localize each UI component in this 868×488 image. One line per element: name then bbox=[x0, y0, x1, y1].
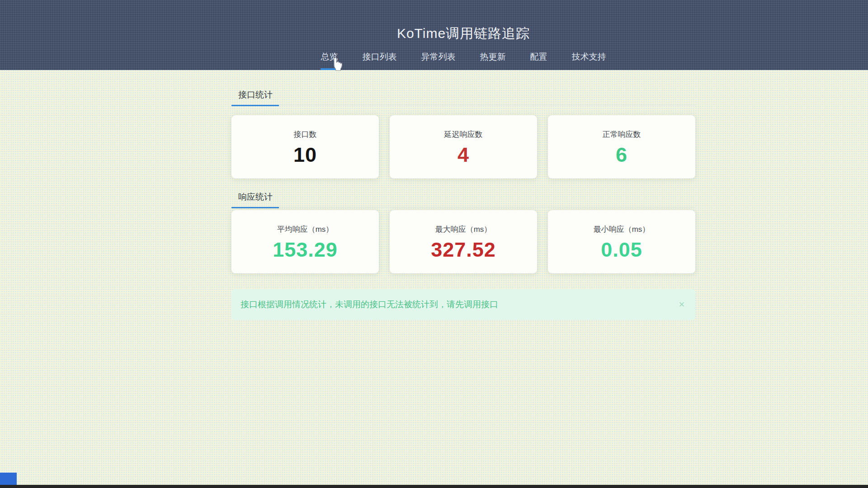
section-title: 响应统计 bbox=[231, 191, 279, 208]
app-header: KoTime调用链路追踪 总览 接口列表 异常列表 热更新 配置 技术支持 bbox=[0, 0, 868, 70]
tab-interface-list[interactable]: 接口列表 bbox=[362, 51, 397, 70]
stat-card-avg-response: 平均响应（ms） 153.29 bbox=[231, 210, 379, 273]
main-nav: 总览 接口列表 异常列表 热更新 配置 技术支持 bbox=[231, 51, 695, 70]
stat-value: 6 bbox=[548, 145, 695, 165]
stat-value: 10 bbox=[231, 145, 379, 165]
tab-exception-list[interactable]: 异常列表 bbox=[421, 51, 456, 70]
section-title: 接口统计 bbox=[231, 89, 279, 106]
alert-message: 接口根据调用情况统计，未调用的接口无法被统计到，请先调用接口 bbox=[231, 299, 668, 310]
section-header-response-stats: 响应统计 bbox=[231, 191, 695, 207]
info-alert: 接口根据调用情况统计，未调用的接口无法被统计到，请先调用接口 × bbox=[231, 289, 695, 320]
header-wrap: KoTime调用链路追踪 总览 接口列表 异常列表 热更新 配置 技术支持 bbox=[231, 0, 695, 70]
stat-label: 正常响应数 bbox=[548, 129, 695, 140]
section-header-interface-stats: 接口统计 bbox=[231, 89, 695, 105]
stat-label: 接口数 bbox=[231, 129, 379, 140]
interface-stats-cards: 接口数 10 延迟响应数 4 正常响应数 6 bbox=[231, 115, 695, 178]
stat-value: 0.05 bbox=[548, 239, 695, 260]
stat-card-delayed-responses: 延迟响应数 4 bbox=[390, 115, 537, 178]
page-title: KoTime调用链路追踪 bbox=[231, 24, 695, 43]
stat-value: 4 bbox=[390, 145, 537, 165]
close-icon[interactable]: × bbox=[668, 299, 695, 310]
stat-card-normal-responses: 正常响应数 6 bbox=[548, 115, 695, 178]
tab-tech-support[interactable]: 技术支持 bbox=[571, 51, 607, 70]
stat-value: 327.52 bbox=[390, 239, 537, 260]
stat-card-min-response: 最小响应（ms） 0.05 bbox=[548, 210, 695, 273]
bottom-bar bbox=[0, 485, 868, 488]
stat-label: 平均响应（ms） bbox=[231, 224, 379, 235]
stat-card-max-response: 最大响应（ms） 327.52 bbox=[390, 210, 537, 273]
stat-label: 延迟响应数 bbox=[390, 129, 537, 140]
tab-overview[interactable]: 总览 bbox=[321, 51, 339, 70]
response-stats-cards: 平均响应（ms） 153.29 最大响应（ms） 327.52 最小响应（ms）… bbox=[231, 210, 695, 273]
tab-hot-update[interactable]: 热更新 bbox=[480, 51, 506, 70]
tab-config[interactable]: 配置 bbox=[530, 51, 548, 70]
taskbar-fragment bbox=[0, 473, 17, 485]
stat-label: 最大响应（ms） bbox=[390, 224, 537, 235]
stat-card-interface-count: 接口数 10 bbox=[231, 115, 379, 178]
stat-value: 153.29 bbox=[231, 239, 379, 260]
stat-label: 最小响应（ms） bbox=[548, 224, 695, 235]
